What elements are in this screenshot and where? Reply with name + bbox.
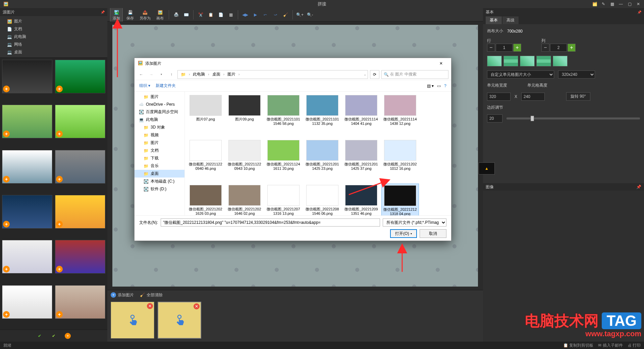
add-icon[interactable]: + [3, 86, 10, 92]
tree-item-desktop[interactable]: 💻 桌面 [0, 48, 107, 56]
mail-icon[interactable]: ✉️ [182, 10, 191, 19]
add-button[interactable]: 🏞️ 添加 [110, 7, 123, 22]
dialog-close-button[interactable]: ✕ [434, 59, 448, 68]
source-thumb[interactable]: + [2, 195, 52, 229]
open-button[interactable]: 打开(O) ▾ [390, 229, 417, 238]
add-source-icon[interactable]: + [64, 333, 71, 339]
filetype-filter[interactable]: 所有图片文件 (*.pfd;*.PTimag [383, 218, 446, 227]
rows-increment[interactable]: + [513, 44, 521, 52]
add-icon[interactable]: + [56, 131, 63, 137]
file-item[interactable]: 微信截图_202212081546 06.png [304, 184, 341, 215]
tab-advanced[interactable]: 高级 [502, 16, 519, 24]
dialog-tree-item[interactable]: 💽百度网盘同步空间 [135, 108, 184, 116]
source-thumb[interactable]: + [2, 60, 52, 93]
remove-slot-icon[interactable]: ✕ [194, 303, 200, 309]
path-seg[interactable]: 桌面 [211, 71, 222, 78]
add-icon[interactable]: + [3, 131, 10, 137]
dialog-tree-item[interactable]: 📁桌面 [135, 170, 184, 178]
source-thumb[interactable]: + [2, 105, 52, 138]
cell-width-input[interactable] [487, 93, 511, 101]
file-item[interactable]: 微信截图_202211220940 46.png [187, 139, 224, 182]
add-icon[interactable]: + [56, 86, 63, 92]
preset-4[interactable] [536, 56, 551, 66]
preview-pane-icon[interactable]: ▭ [437, 84, 441, 88]
file-item[interactable]: 微信截图_202212071316 13.png [265, 184, 302, 215]
add-icon[interactable]: + [56, 176, 63, 183]
file-item[interactable]: 微信截图_202211220943 10.png [226, 139, 263, 182]
flip-h-icon[interactable]: ◀▶ [241, 10, 250, 19]
file-item[interactable]: 图片09.png [226, 94, 263, 137]
strip-add-image[interactable]: + 添加图片 [111, 292, 134, 298]
cell-height-input[interactable] [521, 93, 545, 101]
cut-icon[interactable]: ✂️ [196, 10, 205, 19]
dialog-tree-item[interactable]: ☁️OneDrive - Pers [135, 101, 184, 108]
rows-input[interactable] [496, 44, 513, 52]
tree-item-this-pc[interactable]: 💻 此电脑 [0, 33, 107, 41]
source-thumb[interactable]: + [55, 60, 105, 93]
cell-size-preset[interactable]: 320x240 [558, 70, 595, 79]
file-item[interactable]: 微信截图_202212021012 16.png [381, 139, 419, 182]
source-thumb[interactable]: + [2, 240, 52, 273]
add-icon[interactable]: + [3, 221, 10, 228]
filename-input[interactable] [161, 218, 380, 227]
file-item[interactable]: 微信截图_202211141404 41.png [342, 94, 380, 137]
add-icon[interactable]: + [56, 266, 63, 272]
source-thumb[interactable]: + [55, 285, 105, 319]
preset-2[interactable] [503, 56, 518, 66]
confirm-all-icon[interactable]: ✔ [50, 333, 57, 339]
add-icon[interactable]: + [3, 266, 10, 272]
organize-menu[interactable]: 组织 ▾ [139, 83, 150, 89]
file-item[interactable]: 微信截图_202212011425 37.png [342, 139, 380, 182]
titlebar-icon2[interactable]: ✎ [600, 1, 607, 7]
dialog-tree-item[interactable]: 💽本地磁盘 (C:) [135, 178, 184, 185]
search-input[interactable]: 🔍 在 图片 中搜索 [381, 70, 448, 79]
status-copy[interactable]: 📋 复制到剪切板 [563, 343, 593, 348]
file-item[interactable]: 微信截图_202212121318 04.png [381, 184, 419, 215]
rotate-90-button[interactable]: 旋转 90° [566, 92, 590, 101]
source-thumb[interactable]: + [2, 285, 52, 319]
dialog-tree-item[interactable]: 📁视频 [135, 131, 184, 139]
file-item[interactable]: 微信截图_202211141438 12.png [381, 94, 419, 137]
source-thumb[interactable]: + [55, 240, 105, 273]
save-as-button[interactable]: 📤 另存为 [138, 8, 153, 21]
maximize-button[interactable]: ▢ [626, 1, 633, 7]
print-icon[interactable]: 🖨️ [172, 10, 180, 19]
copy-icon[interactable]: 📋 [206, 10, 215, 19]
image-section-header[interactable]: 图像 📌 [483, 183, 644, 191]
file-item[interactable]: 微信截图_202211241611 20.png [265, 139, 302, 182]
canvas-item-preview[interactable]: ▲ [479, 162, 495, 174]
dialog-tree-item[interactable]: 📁图片 [135, 139, 184, 147]
pin-icon[interactable]: 📌 [636, 185, 641, 189]
zoom-out-icon[interactable]: 🔍- [306, 10, 314, 19]
tree-item-pictures[interactable]: 🖼️ 图片 [0, 17, 107, 25]
preset-1[interactable] [487, 56, 502, 66]
nav-recent-icon[interactable]: ▾ [157, 70, 165, 79]
rows-decrement[interactable]: − [487, 44, 495, 52]
nav-up-icon[interactable]: ↑ [167, 70, 175, 79]
breadcrumb[interactable]: 📁 › 此电脑 › 桌面 › 图片 › ⌄ [177, 70, 368, 79]
file-item[interactable]: 微信截图_202212021626 03.png [187, 184, 224, 215]
status-print[interactable]: 🖨 打印 [628, 343, 641, 348]
source-thumb[interactable]: + [55, 150, 105, 184]
confirm-icon[interactable]: ✔ [36, 333, 43, 339]
dialog-tree-item[interactable]: 💽软件 (D:) [135, 185, 184, 193]
file-item[interactable]: 微信截图_202211011132 35.png [304, 94, 341, 137]
close-button[interactable]: ✕ [635, 1, 642, 7]
dialog-tree-item[interactable]: 📁文档 [135, 147, 184, 154]
minimize-button[interactable]: — [617, 1, 625, 7]
preset-3[interactable] [520, 56, 535, 66]
file-item[interactable]: 微信截图_202212021646 02.png [226, 184, 263, 215]
strip-slot-2[interactable]: ✕ [158, 302, 201, 339]
tree-item-documents[interactable]: 📄 文档 [0, 25, 107, 33]
cols-decrement[interactable]: − [541, 44, 549, 52]
file-item[interactable]: 微信截图_202211011546 58.png [265, 94, 302, 137]
source-thumb[interactable]: + [55, 195, 105, 229]
chevron-down-icon[interactable]: ⌄ [364, 72, 366, 76]
canvas-button[interactable]: 🖼️ 画布 [154, 8, 166, 21]
cancel-button[interactable]: 取消 [420, 229, 446, 238]
spacing-slider[interactable] [506, 117, 640, 119]
source-thumb[interactable]: + [55, 105, 105, 138]
pin-icon[interactable]: 📌 [101, 10, 105, 14]
preset-5[interactable] [553, 56, 568, 66]
zoom-in-icon[interactable]: 🔍+ [296, 10, 304, 19]
